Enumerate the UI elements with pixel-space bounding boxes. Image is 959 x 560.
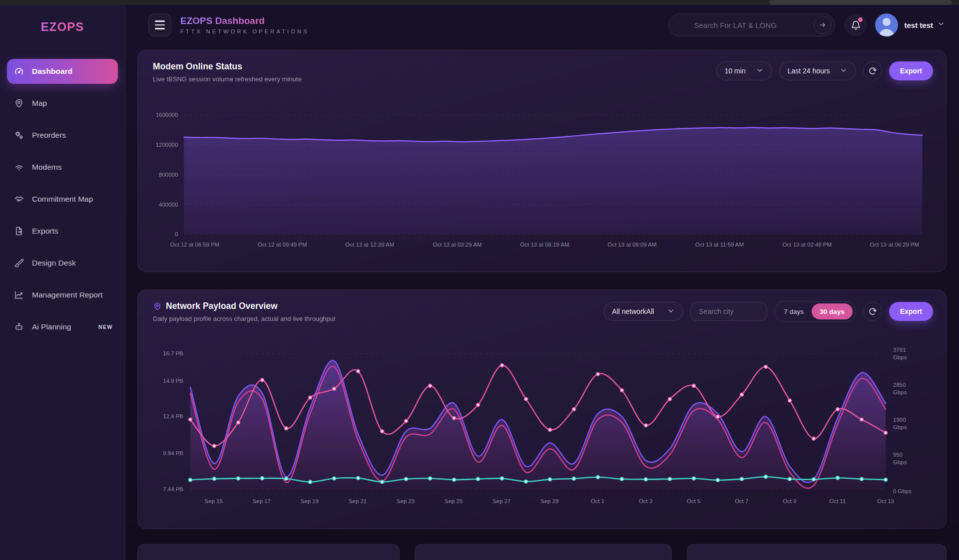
right-axis-label: 950: [893, 452, 903, 458]
chevron-down-icon: [937, 20, 945, 28]
y-axis-label: 800000: [159, 172, 178, 178]
person-icon: [875, 13, 898, 36]
left-axis-label: 7.44 PB: [163, 486, 183, 492]
sidebar-item-label: Management Report: [32, 290, 102, 299]
wifi-icon: [14, 162, 24, 172]
notifications-button[interactable]: [844, 13, 867, 36]
right-axis-label: Gbps: [893, 389, 907, 395]
x-axis-label: Oct 1: [591, 498, 604, 504]
header-actions: test test: [668, 13, 945, 36]
card-stub: [137, 544, 400, 560]
y-axis-label: 400000: [159, 202, 178, 208]
right-axis-label: 2850: [893, 382, 906, 388]
modem-online-status-card: Modem Online Status Live IBSNG session v…: [137, 50, 947, 272]
x-axis-label: Sep 23: [397, 498, 415, 504]
page-subtitle: FTTX NETWORK OPERATIONS: [180, 28, 309, 34]
x-axis-label: Oct 12 at 09:49 PM: [258, 242, 307, 248]
robot-icon: [14, 322, 24, 332]
sidebar-item-commitment-map[interactable]: Commitment Map: [7, 187, 118, 212]
scrollbar-thumb[interactable]: [769, 0, 952, 5]
x-axis-label: Oct 9: [783, 498, 796, 504]
sidebar-item-design-desk[interactable]: Design Desk: [7, 251, 118, 276]
x-axis-label: Oct 13 at 03:29 AM: [433, 242, 481, 248]
x-axis-label: Sep 25: [445, 498, 463, 504]
arrow-right-icon: [819, 21, 827, 29]
network-payload-card: Network Payload Overview Daily payload p…: [137, 289, 947, 529]
x-axis-label: Oct 13 at 09:09 AM: [608, 242, 657, 248]
page-title: EZOPS Dashboard: [180, 15, 309, 26]
y-axis-label: 0: [175, 231, 178, 237]
user-name: test test: [904, 21, 933, 29]
right-axis-label: Gbps: [893, 459, 907, 465]
sidebar-nav: Dashboard Map Preorders Modems Commitmen…: [7, 59, 118, 346]
lat-long-search: [668, 13, 835, 36]
x-axis-label: Oct 13 at 12:39 AM: [345, 242, 394, 248]
avatar[interactable]: [875, 13, 898, 36]
sidebar-item-label: Preorders: [32, 131, 66, 140]
notification-dot: [858, 17, 863, 22]
y-axis-label: 1200000: [156, 142, 178, 148]
handshake-icon: [14, 194, 24, 204]
sidebar-item-modems[interactable]: Modems: [7, 155, 118, 180]
x-axis-label: Sep 17: [253, 498, 271, 504]
x-axis-label: Oct 13 at 06:29 PM: [870, 242, 920, 248]
sidebar-item-label: Map: [32, 99, 47, 108]
right-axis-label: Gbps: [893, 424, 907, 430]
x-axis-label: Sep 27: [492, 498, 510, 504]
card-stub: [415, 544, 672, 560]
x-axis-label: Sep 21: [349, 498, 367, 504]
chart-line-icon: [14, 290, 24, 300]
x-axis-label: Oct 13: [877, 498, 894, 504]
sidebar-item-map[interactable]: Map: [7, 91, 118, 116]
x-axis-label: Oct 13 at 06:19 AM: [520, 242, 569, 248]
header-title-block: EZOPS Dashboard FTTX NETWORK OPERATIONS: [180, 15, 309, 34]
browser-top-strip: [0, 0, 959, 5]
network-payload-chart: 16.7 PB14.9 PB12.4 PB9.94 PB7.44 PB3791G…: [138, 290, 946, 529]
left-axis-label: 14.9 PB: [163, 378, 183, 384]
right-axis-label: 0 Gbps: [893, 488, 912, 494]
y-axis-label: 1600000: [156, 112, 178, 118]
right-axis-label: 1900: [893, 417, 906, 423]
new-badge: NEW: [98, 324, 113, 330]
hamburger-icon: [155, 20, 165, 22]
left-axis-label: 9.94 PB: [163, 450, 183, 456]
file-export-icon: [14, 226, 24, 236]
right-axis-label: Gbps: [893, 354, 907, 360]
paintbrush-icon: [14, 258, 24, 268]
x-axis-label: Sep 19: [301, 498, 319, 504]
sidebar-item-exports[interactable]: Exports: [7, 219, 118, 244]
x-axis-label: Sep 15: [205, 498, 223, 504]
gauge-icon: [14, 66, 24, 76]
sidebar-item-label: Commitment Map: [32, 195, 93, 204]
sidebar-item-ai-planning[interactable]: Ai Planning NEW: [7, 314, 118, 339]
sidebar-item-label: Ai Planning: [32, 322, 71, 331]
sidebar-item-label: Dashboard: [32, 67, 72, 76]
x-axis-label: Oct 13 at 11:59 AM: [695, 242, 744, 248]
user-menu-chevron[interactable]: [937, 20, 945, 30]
modem-online-chart: 160000012000008000004000000Oct 12 at 06:…: [138, 50, 946, 272]
sidebar: EZOPS Dashboard Map Preorders Modems Com…: [0, 5, 125, 560]
left-axis-label: 16.7 PB: [163, 350, 183, 356]
x-axis-label: Oct 3: [639, 498, 652, 504]
card-stub: [687, 544, 947, 560]
sidebar-item-label: Modems: [32, 163, 61, 172]
x-axis-label: Sep 29: [540, 498, 558, 504]
app-logo: EZOPS: [0, 20, 125, 34]
x-axis-label: Oct 13 at 02:49 PM: [782, 242, 832, 248]
sidebar-item-management-report[interactable]: Management Report: [7, 282, 118, 307]
x-axis-label: Oct 11: [830, 498, 846, 504]
sidebar-item-preorders[interactable]: Preorders: [7, 123, 118, 148]
sidebar-item-label: Exports: [32, 227, 58, 236]
search-submit-button[interactable]: [814, 16, 832, 34]
dashboard-page: EZOPS Dashboard Map Preorders Modems Com…: [0, 0, 959, 560]
x-axis-label: Oct 7: [735, 498, 748, 504]
menu-toggle-button[interactable]: [148, 13, 171, 36]
gears-icon: [14, 130, 24, 140]
map-pin-icon: [14, 98, 24, 108]
sidebar-item-label: Design Desk: [32, 259, 76, 268]
top-header: EZOPS Dashboard FTTX NETWORK OPERATIONS …: [125, 5, 959, 45]
x-axis-label: Oct 5: [687, 498, 700, 504]
right-axis-label: 3791: [893, 347, 906, 353]
sidebar-item-dashboard[interactable]: Dashboard: [7, 59, 118, 84]
search-input[interactable]: [669, 14, 814, 36]
